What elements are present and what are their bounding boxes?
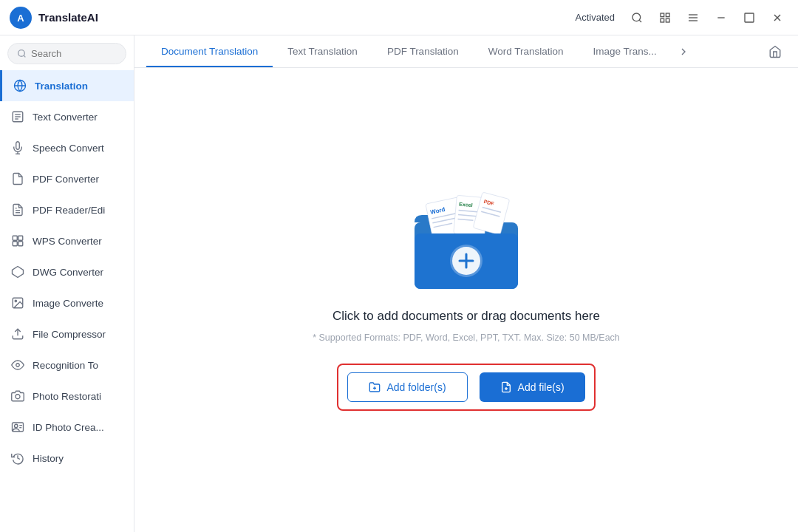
svg-rect-4 [661,13,664,17]
wps-converter-icon [10,233,25,248]
svg-rect-5 [666,13,669,17]
sidebar-label-dwg-converter: DWG Converter [33,267,103,278]
supported-formats-text: * Supported Formats: PDF, Word, Excel, P… [313,332,620,343]
svg-rect-29 [18,242,23,246]
svg-point-32 [15,300,16,301]
content-area: Document Translation Text Translation PD… [134,35,798,532]
app-logo: A TranslateAI [9,6,98,30]
home-icon [768,45,782,58]
sidebar-label-pdf-converter: PDF Converter [33,174,99,185]
pdf-reader-icon [10,202,25,217]
svg-marker-30 [13,267,24,278]
drop-zone[interactable]: Word Excel PDF [134,68,798,532]
sidebar-label-image-converter: Image Converte [33,298,103,309]
main-layout: Translation Text Converter Speech Conver… [0,35,798,532]
sidebar-item-file-compressor[interactable]: File Compressor [0,318,134,349]
sidebar-label-history: History [33,453,64,464]
tab-document-translation[interactable]: Document Translation [146,35,273,67]
sidebar-item-photo-restoration[interactable]: Photo Restorati [0,381,134,412]
photo-restoration-icon [10,389,25,403]
chevron-right-icon [678,46,689,58]
close-icon [771,12,783,24]
search-button[interactable] [625,6,649,30]
expand-icon [659,12,671,24]
sidebar-label-recognition-to: Recognition To [33,360,98,371]
minimize-button[interactable] [709,6,733,30]
add-folder-button[interactable]: Add folder(s) [347,372,467,402]
svg-text:A: A [17,13,24,24]
search-icon [631,12,643,24]
expand-button[interactable] [653,6,677,30]
add-file-button[interactable]: Add file(s) [480,372,585,402]
sidebar: Translation Text Converter Speech Conver… [0,35,134,532]
sidebar-item-text-converter[interactable]: Text Converter [0,101,134,132]
svg-point-37 [15,424,18,428]
sidebar-item-history[interactable]: History [0,443,134,474]
sidebar-label-id-photo: ID Photo Crea... [33,422,104,433]
folder-illustration: Word Excel PDF [407,189,525,300]
sidebar-item-speech-convert[interactable]: Speech Convert [0,132,134,163]
sidebar-item-id-photo[interactable]: ID Photo Crea... [0,412,134,443]
sidebar-label-wps-converter: WPS Converter [33,236,102,247]
sidebar-item-wps-converter[interactable]: WPS Converter [0,225,134,256]
svg-point-2 [632,13,641,21]
svg-rect-28 [13,242,17,246]
tab-word-translation[interactable]: Word Translation [474,35,579,67]
sidebar-label-photo-restoration: Photo Restorati [33,391,101,402]
minimize-icon [715,12,727,24]
dwg-converter-icon [10,265,25,279]
sidebar-item-dwg-converter[interactable]: DWG Converter [0,256,134,287]
search-box[interactable] [7,43,126,64]
history-icon [10,451,25,466]
tab-image-trans[interactable]: Image Trans... [578,35,671,67]
sidebar-item-translation[interactable]: Translation [0,70,134,101]
tab-pdf-translation[interactable]: PDF Translation [372,35,474,67]
tabs-more-button[interactable] [673,41,694,62]
maximize-icon [743,12,755,24]
svg-line-16 [24,55,25,57]
sidebar-label-file-compressor: File Compressor [33,329,106,340]
image-converter-icon [10,296,25,310]
titlebar-controls: Activated [576,6,789,30]
pdf-converter-icon [10,171,25,186]
activated-badge: Activated [576,12,615,23]
translation-icon [13,78,27,93]
sidebar-label-speech-convert: Speech Convert [33,143,104,154]
menu-icon [687,12,699,24]
home-button[interactable] [764,41,786,63]
speech-convert-icon [10,140,25,155]
menu-button[interactable] [681,6,705,30]
sidebar-search-icon [17,49,27,58]
drop-zone-text: Click to add documents or drag documents… [332,309,600,324]
sidebar-item-recognition-to[interactable]: Recognition To [0,349,134,381]
maximize-button[interactable] [737,6,761,30]
svg-point-34 [16,364,20,367]
svg-line-3 [639,20,641,22]
search-input[interactable] [31,48,117,59]
sidebar-label-pdf-reader: PDF Reader/Edi [33,205,105,216]
close-button[interactable] [765,6,789,30]
tab-text-translation[interactable]: Text Translation [273,35,372,67]
folder-plus-icon [369,381,381,393]
file-plus-icon [500,381,512,393]
svg-rect-12 [745,13,754,22]
svg-rect-27 [18,236,23,240]
file-compressor-icon [10,327,25,341]
text-converter-icon [10,109,25,124]
svg-point-15 [18,50,25,57]
sidebar-item-pdf-converter[interactable]: PDF Converter [0,163,134,194]
id-photo-icon [10,420,25,434]
tabs-bar: Document Translation Text Translation PD… [134,35,798,68]
svg-rect-26 [13,236,17,240]
sidebar-item-pdf-reader[interactable]: PDF Reader/Edi [0,194,134,225]
svg-rect-7 [666,18,669,22]
svg-rect-6 [661,18,664,22]
app-title: TranslateAI [38,11,98,24]
recognition-icon [10,358,25,372]
logo-icon: A [9,6,33,30]
titlebar: A TranslateAI Activated [0,0,798,35]
sidebar-label-text-converter: Text Converter [33,112,98,123]
action-buttons-container: Add folder(s) Add file(s) [337,364,595,411]
sidebar-item-image-converter[interactable]: Image Converte [0,287,134,318]
sidebar-label-translation: Translation [35,81,88,92]
